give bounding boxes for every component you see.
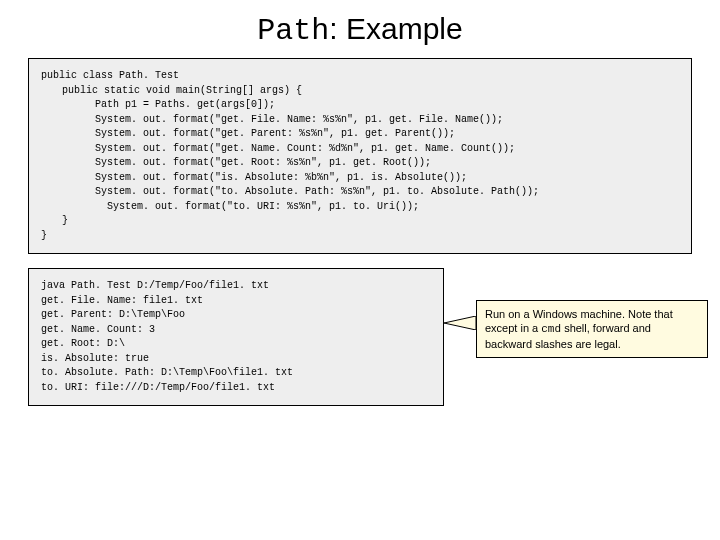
slide: Path: Example public class Path. Test pu… — [0, 12, 720, 540]
output-line: java Path. Test D:/Temp/Foo/file1. txt — [41, 279, 431, 294]
code-line: System. out. format("get. Parent: %s%n",… — [41, 127, 679, 142]
output-line: get. File. Name: file1. txt — [41, 294, 431, 309]
output-line: is. Absolute: true — [41, 352, 431, 367]
code-line: } — [41, 214, 679, 229]
output-line: get. Name. Count: 3 — [41, 323, 431, 338]
output-line: get. Parent: D:\Temp\Foo — [41, 308, 431, 323]
output-line: to. Absolute. Path: D:\Temp\Foo\file1. t… — [41, 366, 431, 381]
code-line: System. out. format("get. Name. Count: %… — [41, 142, 679, 157]
code-line: System. out. format("to. URI: %s%n", p1.… — [41, 200, 679, 215]
code-line: System. out. format("get. Root: %s%n", p… — [41, 156, 679, 171]
title-code-word: Path — [257, 14, 329, 48]
output-line: get. Root: D:\ — [41, 337, 431, 352]
callout-cmd-word: cmd — [541, 323, 561, 335]
output-listing: java Path. Test D:/Temp/Foo/file1. txt g… — [28, 268, 444, 406]
code-listing: public class Path. Test public static vo… — [28, 58, 692, 254]
svg-marker-0 — [444, 316, 476, 330]
code-line: System. out. format("to. Absolute. Path:… — [41, 185, 679, 200]
lower-region: java Path. Test D:/Temp/Foo/file1. txt g… — [28, 268, 692, 406]
slide-title: Path: Example — [0, 12, 720, 48]
code-line: System. out. format("is. Absolute: %b%n"… — [41, 171, 679, 186]
title-rest: : Example — [329, 12, 462, 45]
code-line: public static void main(String[] args) { — [41, 84, 679, 99]
code-line: } — [41, 229, 679, 244]
code-line: Path p1 = Paths. get(args[0]); — [41, 98, 679, 113]
callout-note: Run on a Windows machine. Note that exce… — [476, 300, 708, 358]
output-line: to. URI: file:///D:/Temp/Foo/file1. txt — [41, 381, 431, 396]
callout-pointer-icon — [444, 316, 476, 330]
code-line: public class Path. Test — [41, 69, 679, 84]
code-line: System. out. format("get. File. Name: %s… — [41, 113, 679, 128]
